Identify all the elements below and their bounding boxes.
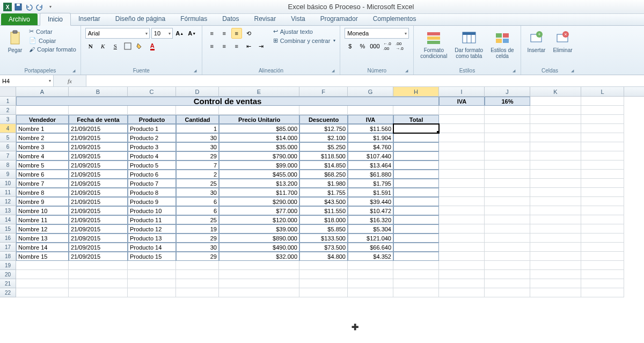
cell-C16[interactable]: Producto 13 [128,233,176,243]
cell-F21[interactable] [299,279,348,288]
cell-L3[interactable] [581,115,624,124]
cell-G10[interactable]: $1.795 [348,179,393,188]
cell-I21[interactable] [439,279,485,288]
row-header-9[interactable]: 9 [0,170,16,179]
undo-icon[interactable] [25,3,33,11]
row-header-21[interactable]: 21 [0,279,16,288]
cell-B11[interactable]: 21/09/2015 [69,188,128,197]
cell-E20[interactable] [219,270,299,279]
cell-A5[interactable]: Nombre 2 [16,133,69,142]
cell-B10[interactable]: 21/09/2015 [69,179,128,188]
column-header-K[interactable]: K [530,87,581,96]
percent-button[interactable]: % [357,41,368,52]
cell-B22[interactable] [69,288,128,297]
cell-J3[interactable] [485,115,530,124]
cell-H2[interactable] [393,106,439,115]
cell-C11[interactable]: Producto 8 [128,188,176,197]
cell-A22[interactable] [16,288,69,297]
cell-A7[interactable]: Nombre 4 [16,151,69,160]
column-header-G[interactable]: G [348,87,393,96]
cell-E17[interactable]: $490.000 [219,243,299,252]
cell-G22[interactable] [348,288,393,297]
cell-I10[interactable] [439,179,485,188]
select-all-corner[interactable] [0,87,16,97]
cell-L13[interactable] [581,206,624,215]
column-header-F[interactable]: F [299,87,348,96]
cell-I18[interactable] [439,252,485,261]
cell-G2[interactable] [348,106,393,115]
row-header-1[interactable]: 1 [0,97,16,106]
cell-I13[interactable] [439,206,485,215]
cell-G7[interactable]: $107.440 [348,151,393,160]
cell-B4[interactable]: 21/09/2015 [69,124,128,133]
cell-G18[interactable]: $4.352 [348,252,393,261]
cell-I6[interactable] [439,142,485,151]
cell-A12[interactable]: Nombre 9 [16,197,69,206]
cell-A20[interactable] [16,270,69,279]
cell-E15[interactable]: $39.000 [219,224,299,233]
font-name-combo[interactable]: Arial [85,28,150,39]
cell-J4[interactable] [485,124,530,133]
iva-value-cell[interactable]: 16% [485,97,530,106]
cell-F19[interactable] [299,261,348,270]
formula-bar[interactable] [86,75,644,86]
cell-D17[interactable]: 30 [176,243,219,252]
cell-B13[interactable]: 21/09/2015 [69,206,128,215]
cell-A21[interactable] [16,279,69,288]
cell-H18[interactable] [393,252,439,261]
cell-L12[interactable] [581,197,624,206]
row-header-16[interactable]: 16 [0,233,16,243]
cell-J8[interactable] [485,160,530,170]
cell-L2[interactable] [581,106,624,115]
cell-J21[interactable] [485,279,530,288]
cell-K20[interactable] [530,270,581,279]
row-header-6[interactable]: 6 [0,142,16,151]
orientation-button[interactable]: ⟲ [244,28,254,39]
align-middle-button[interactable]: ≡ [219,28,230,39]
align-top-button[interactable]: ≡ [207,28,217,39]
cell-C2[interactable] [128,106,176,115]
decrease-indent-button[interactable]: ⇤ [244,41,254,52]
merge-center-button[interactable]: ⊞Combinar y centrar▾ [273,37,336,44]
cell-J10[interactable] [485,179,530,188]
cell-C15[interactable]: Producto 12 [128,224,176,233]
cell-H5[interactable] [393,133,439,142]
cell-D21[interactable] [176,279,219,288]
fx-icon[interactable]: fx [68,78,72,84]
number-format-combo[interactable]: Moneda [345,28,409,39]
cell-F12[interactable]: $43.500 [299,197,348,206]
cell-C22[interactable] [128,288,176,297]
cell-A18[interactable]: Nombre 15 [16,252,69,261]
cell-K6[interactable] [530,142,581,151]
header-F[interactable]: Descuento [299,115,348,124]
cell-J9[interactable] [485,170,530,179]
align-center-button[interactable]: ≡ [219,41,230,52]
qat-dropdown-icon[interactable]: ▾ [46,3,55,11]
cell-G9[interactable]: $61.880 [348,170,393,179]
cell-I7[interactable] [439,151,485,160]
cell-F2[interactable] [299,106,348,115]
cell-E2[interactable] [219,106,299,115]
cell-E18[interactable]: $32.000 [219,252,299,261]
cell-I12[interactable] [439,197,485,206]
row-header-15[interactable]: 15 [0,224,16,233]
row-header-7[interactable]: 7 [0,151,16,160]
cell-F17[interactable]: $73.500 [299,243,348,252]
cell-K18[interactable] [530,252,581,261]
cell-B18[interactable]: 21/09/2015 [69,252,128,261]
row-header-3[interactable]: 3 [0,115,16,124]
cell-J5[interactable] [485,133,530,142]
cell-H4[interactable] [393,124,439,133]
cell-H13[interactable] [393,206,439,215]
cell-L20[interactable] [581,270,624,279]
cell-B15[interactable]: 21/09/2015 [69,224,128,233]
cell-H19[interactable] [393,261,439,270]
row-header-5[interactable]: 5 [0,133,16,142]
insert-cells-button[interactable]: +Insertar [525,28,548,54]
cell-A14[interactable]: Nombre 11 [16,215,69,224]
underline-button[interactable]: S [110,41,121,52]
cell-D11[interactable]: 30 [176,188,219,197]
cell-D13[interactable]: 6 [176,206,219,215]
cell-A19[interactable] [16,261,69,270]
cell-G19[interactable] [348,261,393,270]
